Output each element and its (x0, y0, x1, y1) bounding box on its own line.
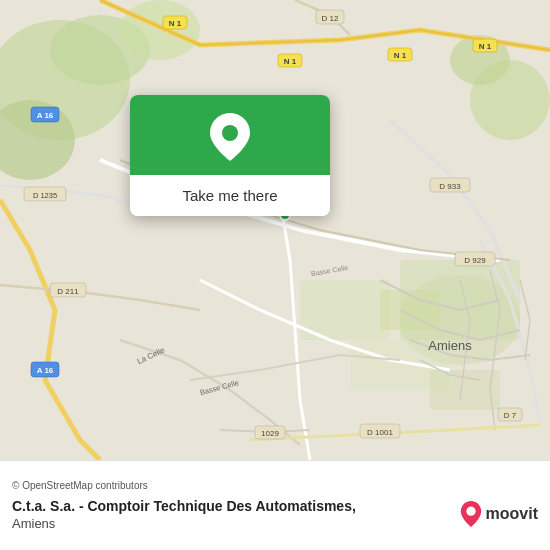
moovit-pin-icon (460, 501, 482, 527)
attribution-text: © OpenStreetMap contributors (12, 480, 148, 491)
svg-point-48 (222, 125, 238, 141)
svg-text:D 933: D 933 (439, 182, 461, 191)
svg-text:N 1: N 1 (284, 57, 297, 66)
svg-text:Amiens: Amiens (428, 338, 472, 353)
svg-text:N 1: N 1 (169, 19, 182, 28)
popup-card: Take me there (130, 95, 330, 216)
svg-text:1029: 1029 (261, 429, 279, 438)
svg-text:N 1: N 1 (479, 42, 492, 51)
svg-text:A 16: A 16 (37, 111, 54, 120)
bottom-bar: © OpenStreetMap contributors C.t.a. S.a.… (0, 460, 550, 550)
svg-text:D 12: D 12 (322, 14, 339, 23)
svg-text:D 7: D 7 (504, 411, 517, 420)
svg-text:D 1235: D 1235 (33, 191, 57, 200)
place-name: C.t.a. S.a. - Comptoir Technique Des Aut… (12, 497, 450, 515)
map-attribution: © OpenStreetMap contributors (12, 480, 538, 491)
svg-text:D 1001: D 1001 (367, 428, 393, 437)
svg-point-4 (120, 0, 200, 60)
place-city: Amiens (12, 516, 450, 531)
svg-text:D 929: D 929 (464, 256, 486, 265)
map-background: D 12 N 1 N 1 N 1 N 1 A 16 A 16 D 1235 D … (0, 0, 550, 460)
svg-text:A 16: A 16 (37, 366, 54, 375)
location-pin-icon (210, 113, 250, 161)
svg-text:N 1: N 1 (394, 51, 407, 60)
place-info: C.t.a. S.a. - Comptoir Technique Des Aut… (12, 497, 538, 530)
moovit-logo: moovit (460, 501, 538, 527)
svg-text:D 211: D 211 (57, 287, 79, 296)
popup-green-header (130, 95, 330, 175)
moovit-brand-text: moovit (486, 505, 538, 523)
map-container: D 12 N 1 N 1 N 1 N 1 A 16 A 16 D 1235 D … (0, 0, 550, 460)
svg-point-49 (466, 507, 475, 516)
take-me-there-button[interactable]: Take me there (130, 175, 330, 216)
svg-rect-9 (300, 280, 390, 340)
place-details: C.t.a. S.a. - Comptoir Technique Des Aut… (12, 497, 450, 530)
